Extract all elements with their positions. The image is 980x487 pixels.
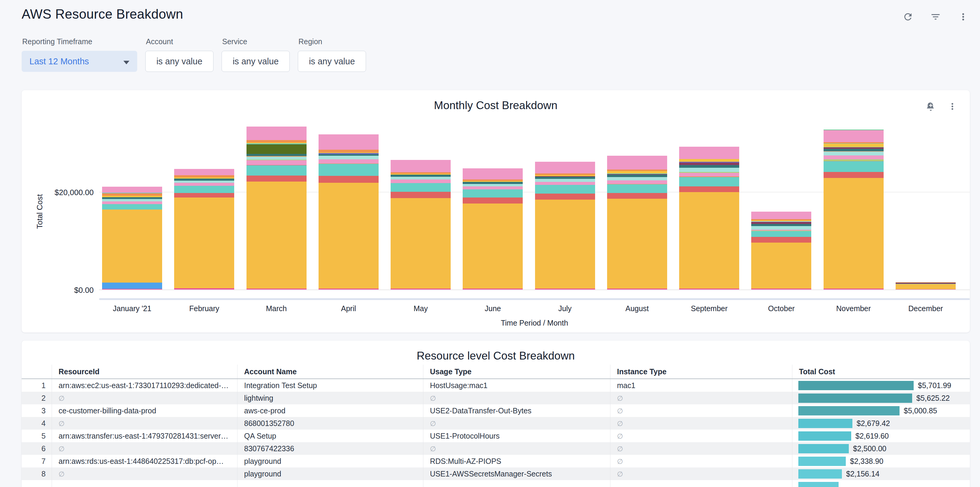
table-cell[interactable] [22,480,52,487]
timeframe-select[interactable]: Last 12 Months [22,51,137,72]
bar-segment[interactable] [174,169,234,175]
table-cell[interactable]: RDS:Multi-AZ-PIOPS [423,455,610,468]
bar-segment[interactable] [247,156,307,160]
bar-segment[interactable] [607,199,667,289]
table-cell[interactable]: arn:aws:transfer:us-east-1:479370281431:… [52,430,237,442]
bar-segment[interactable] [391,179,451,183]
bar-segment[interactable] [751,231,811,237]
bar-segment[interactable] [102,283,162,289]
bar-segment[interactable] [535,162,595,174]
bar-segment[interactable] [391,183,451,192]
row-number[interactable]: 8 [22,468,52,480]
bar-segment[interactable] [247,144,307,154]
table-row[interactable]: 3ce-customer-billing-data-prodaws-ce-pro… [22,404,970,417]
row-number[interactable]: 4 [22,417,52,430]
table-cell[interactable]: arn:aws:rds:us-east-1:448640225317:db:pc… [52,455,237,468]
bar-segment[interactable] [824,149,884,151]
bar-segment[interactable] [247,176,307,182]
table-cell[interactable]: ∅ [52,417,237,430]
table-cell[interactable] [52,480,237,487]
row-number[interactable]: 1 [22,379,52,392]
table-cell[interactable]: 868001352780 [237,417,423,430]
table-row[interactable]: 8∅playgroundUSE1-AWSSecretsManager-Secre… [22,468,970,480]
account-filter-button[interactable]: is any value [145,51,213,72]
bar-segment[interactable] [318,134,379,149]
bar-segment[interactable] [607,156,667,170]
bar-segment[interactable] [174,179,234,180]
bar-segment[interactable] [535,182,595,185]
bar-segment[interactable] [391,192,451,198]
table-cell[interactable] [610,480,792,487]
bar-segment[interactable] [607,175,667,177]
table-cell[interactable]: ∅ [610,417,792,430]
stacked-bar-october[interactable] [751,212,811,289]
table-row[interactable]: 6∅830767422336∅∅$2,500.00 [22,442,970,455]
table-cell[interactable]: ∅ [52,442,237,455]
bar-segment[interactable] [679,289,739,289]
bar-segment[interactable] [679,173,739,177]
more-vert-icon[interactable] [947,101,958,112]
bar-segment[interactable] [174,288,234,289]
bar-segment[interactable] [824,289,884,289]
table-cell[interactable] [237,480,423,487]
table-cell[interactable]: HostUsage:mac1 [423,379,610,392]
bar-segment[interactable] [463,186,523,189]
table-cell[interactable]: mac1 [610,379,792,392]
total-cost-cell[interactable]: $2,156.14 [792,468,970,480]
service-filter-button[interactable]: is any value [221,51,290,72]
bar-segment[interactable] [824,178,884,289]
bar-segment[interactable] [247,165,307,176]
table-cell[interactable]: ∅ [610,392,792,404]
table-cell[interactable]: playground [237,455,423,468]
bar-segment[interactable] [463,198,523,203]
bar-segment[interactable] [679,163,739,165]
total-cost-cell[interactable]: $5,701.99 [792,379,970,392]
bar-segment[interactable] [463,203,523,289]
table-cell[interactable]: ce-customer-billing-data-prod [52,404,237,417]
bar-segment[interactable] [679,192,739,289]
bar-segment[interactable] [607,180,667,184]
total-cost-cell[interactable]: $2,679.42 [792,417,970,430]
table-cell[interactable]: lightwing [237,392,423,404]
table-cell[interactable]: ∅ [423,417,610,430]
bar-segment[interactable] [463,289,523,289]
bar-segment[interactable] [535,193,595,200]
total-cost-cell[interactable]: $5,000.85 [792,404,970,417]
table-cell[interactable]: ∅ [610,442,792,455]
stacked-bar-july[interactable] [535,162,595,289]
row-number[interactable]: 6 [22,442,52,455]
bar-segment[interactable] [318,176,379,183]
row-number[interactable]: 2 [22,392,52,404]
row-number[interactable]: 5 [22,430,52,442]
bar-segment[interactable] [824,155,884,159]
bar-segment[interactable] [102,289,162,289]
bar-segment[interactable] [247,140,307,142]
bar-segment[interactable] [318,156,379,160]
bar-segment[interactable] [174,193,234,198]
table-cell[interactable]: ∅ [610,468,792,480]
total-cost-cell[interactable]: $2,500.00 [792,442,970,455]
bar-segment[interactable] [679,147,739,159]
table-cell[interactable]: ∅ [52,468,237,480]
bar-segment[interactable] [463,184,523,186]
bar-segment[interactable] [679,165,739,168]
table-cell[interactable]: ∅ [52,392,237,404]
bar-segment[interactable] [318,150,379,152]
bar-segment[interactable] [391,289,451,289]
total-cost-cell[interactable]: $2,619.60 [792,430,970,442]
bar-segment[interactable] [247,289,307,289]
stacked-bar-february[interactable] [174,169,234,289]
table-row[interactable]: 5arn:aws:transfer:us-east-1:479370281431… [22,430,970,442]
bar-segment[interactable] [751,224,811,226]
more-vert-icon[interactable] [957,11,969,23]
total-cost-cell[interactable] [792,480,970,487]
bar-segment[interactable] [102,193,162,196]
column-header-instance-type[interactable]: Instance Type [610,365,792,378]
bar-segment[interactable] [247,160,307,165]
filter-icon[interactable] [929,11,942,23]
column-header-resource-id[interactable]: ResourceId [52,365,237,378]
column-header-total-cost[interactable]: Total Cost [792,365,970,378]
bar-segment[interactable] [607,171,667,174]
table-row[interactable]: 1arn:aws:ec2:us-east-1:733017110293:dedi… [22,379,970,392]
bar-segment[interactable] [751,212,811,219]
